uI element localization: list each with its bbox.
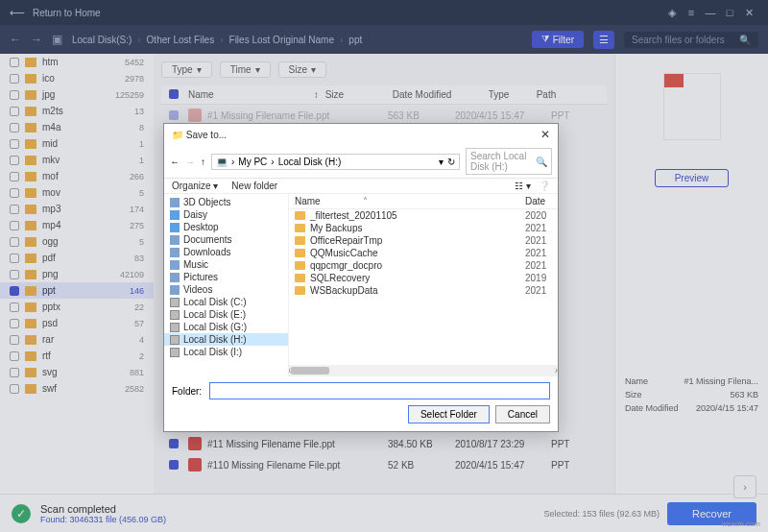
folder-icon bbox=[295, 249, 305, 257]
tree-icon bbox=[170, 348, 180, 357]
tree-item[interactable]: Desktop bbox=[164, 221, 288, 233]
select-folder-button[interactable]: Select Folder bbox=[408, 405, 490, 423]
tree-item[interactable]: Local Disk (E:) bbox=[164, 308, 288, 321]
folder-icon: 📁 bbox=[172, 130, 183, 140]
tree-icon bbox=[170, 310, 180, 320]
h-scrollbar[interactable]: ‹› bbox=[289, 365, 558, 376]
folder-icon bbox=[295, 236, 305, 245]
search-icon: 🔍 bbox=[536, 157, 547, 167]
tree-item[interactable]: Pictures bbox=[164, 271, 288, 283]
list-row[interactable]: qqpcmgr_docpro2021 bbox=[289, 259, 558, 272]
tree-item[interactable]: Downloads bbox=[164, 246, 288, 258]
cancel-button[interactable]: Cancel bbox=[495, 405, 550, 423]
tree-icon bbox=[170, 260, 180, 270]
tree-icon bbox=[170, 210, 180, 220]
list-row[interactable]: My Backups2021 bbox=[289, 222, 558, 234]
tree-item[interactable]: Music bbox=[164, 258, 288, 271]
dialog-path[interactable]: 💻 ›My PC ›Local Disk (H:) ▾↻ bbox=[211, 154, 460, 170]
list-row[interactable]: WSBackupData2021 bbox=[289, 284, 558, 297]
tree-icon bbox=[170, 335, 180, 345]
tree-icon bbox=[170, 323, 180, 332]
list-row[interactable]: QQMusicCache2021 bbox=[289, 247, 558, 259]
tree-icon bbox=[170, 223, 180, 232]
tree-item[interactable]: Local Disk (I:) bbox=[164, 346, 288, 358]
help-icon[interactable]: ❔ bbox=[539, 181, 550, 191]
tree-icon bbox=[170, 248, 180, 257]
dlg-up-button[interactable]: ↑ bbox=[201, 157, 205, 167]
folder-icon bbox=[295, 286, 305, 295]
folder-input[interactable] bbox=[209, 382, 550, 399]
tree-item[interactable]: Documents bbox=[164, 233, 288, 246]
folder-listing[interactable]: Name ˄ Date _filtertest_202011052020My B… bbox=[289, 194, 558, 376]
list-row[interactable]: SQLRecovery2019 bbox=[289, 272, 558, 284]
tree-icon bbox=[170, 198, 180, 207]
tree-icon bbox=[170, 235, 180, 245]
tree-item[interactable]: Local Disk (H:) bbox=[164, 333, 288, 346]
list-row[interactable]: _filtertest_202011052020 bbox=[289, 209, 558, 222]
folder-icon bbox=[295, 274, 305, 282]
tree-icon bbox=[170, 285, 180, 295]
folder-tree[interactable]: 3D ObjectsDaisyDesktopDocumentsDownloads… bbox=[164, 194, 289, 376]
folder-icon bbox=[295, 211, 305, 220]
dialog-close-button[interactable]: ✕ bbox=[540, 128, 550, 141]
dialog-title: Save to... bbox=[186, 130, 227, 140]
dialog-search[interactable]: Search Local Disk (H:)🔍 bbox=[466, 148, 552, 175]
list-row[interactable]: OfficeRepairTmp2021 bbox=[289, 234, 558, 247]
tree-item[interactable]: 3D Objects bbox=[164, 196, 288, 208]
dlg-forward-button[interactable]: → bbox=[185, 157, 195, 167]
tree-item[interactable]: Local Disk (G:) bbox=[164, 321, 288, 333]
tree-item[interactable]: Local Disk (C:) bbox=[164, 296, 288, 308]
pc-icon: 💻 bbox=[216, 157, 228, 167]
folder-icon bbox=[295, 224, 305, 232]
scroll-right-icon[interactable]: › bbox=[555, 365, 558, 375]
save-to-dialog: 📁 Save to... ✕ ← → ↑ 💻 ›My PC ›Local Dis… bbox=[163, 123, 559, 432]
folder-icon bbox=[295, 261, 305, 270]
tree-item[interactable]: Daisy bbox=[164, 208, 288, 221]
new-folder-button[interactable]: New folder bbox=[231, 181, 277, 191]
tree-icon bbox=[170, 273, 180, 282]
sort-asc-icon[interactable]: ˄ bbox=[363, 196, 368, 206]
folder-label: Folder: bbox=[172, 386, 202, 397]
organize-menu[interactable]: Organize ▾ bbox=[172, 181, 218, 191]
tree-icon bbox=[170, 298, 180, 307]
tree-item[interactable]: Videos bbox=[164, 283, 288, 296]
view-options-button[interactable]: ☷ ▾ bbox=[515, 181, 531, 191]
dlg-back-button[interactable]: ← bbox=[170, 157, 180, 167]
